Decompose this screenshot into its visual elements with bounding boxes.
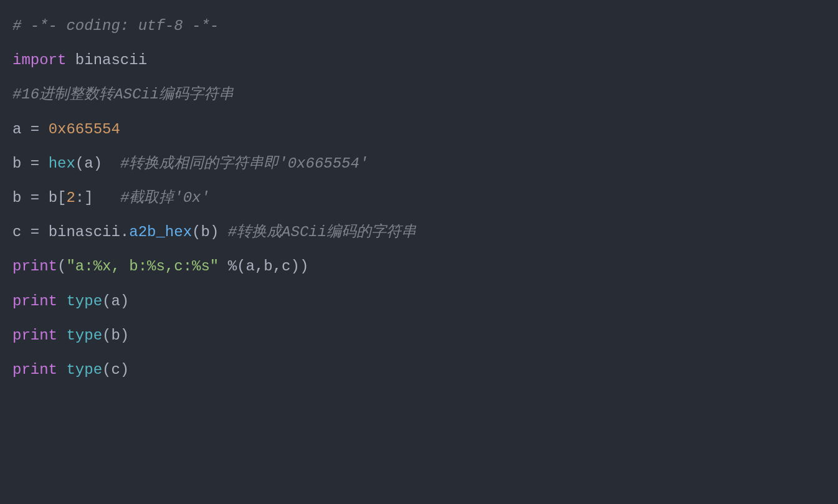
code-line-11: print type(c) (12, 356, 826, 383)
comment: # -*- coding: utf-8 -*- (12, 17, 219, 34)
print-keyword: print (12, 258, 57, 275)
code-line-2: import binascii (12, 47, 826, 74)
code-line-7: c = binascii.a2b_hex(b) #转换成ASCii编码的字符串 (12, 219, 826, 245)
code-line-3: #16进制整数转ASCii编码字符串 (12, 81, 826, 108)
code-line-1: # -*- coding: utf-8 -*- (12, 12, 826, 39)
paren: ( (237, 258, 245, 275)
paren: ) (93, 155, 102, 172)
whitespace (102, 155, 120, 172)
paren: ) (120, 361, 129, 378)
argument: b (111, 327, 120, 344)
number-literal: 0x665554 (49, 121, 120, 138)
print-keyword: print (12, 361, 57, 378)
whitespace (93, 189, 120, 206)
argument: b (264, 258, 272, 275)
print-keyword: print (12, 293, 57, 310)
argument: a (111, 293, 120, 310)
operator: % (228, 258, 237, 275)
whitespace (219, 224, 227, 240)
print-keyword: print (12, 327, 57, 344)
code-line-8: print("a:%x, b:%s,c:%s" %(a,b,c)) (12, 253, 826, 280)
object: binascii (49, 224, 120, 240)
argument: c (282, 258, 290, 275)
paren: ) (120, 327, 129, 344)
paren: ( (192, 224, 201, 240)
comma: , (255, 258, 264, 275)
bracket: ] (84, 189, 93, 206)
bracket: [ (57, 189, 66, 206)
whitespace (57, 293, 66, 310)
code-line-4: a = 0x665554 (12, 116, 826, 143)
comma: , (273, 258, 282, 275)
paren: ) (210, 224, 219, 240)
variable: c (12, 224, 21, 240)
number-literal: 2 (66, 189, 75, 206)
builtin-function: type (66, 293, 102, 310)
method: a2b_hex (129, 224, 192, 240)
paren: ( (102, 361, 111, 378)
variable: b (12, 189, 21, 206)
argument: a (84, 155, 93, 172)
code-editor[interactable]: # -*- coding: utf-8 -*- import binascii … (12, 12, 826, 383)
code-line-9: print type(a) (12, 288, 826, 315)
argument: c (111, 361, 120, 378)
operator: = (21, 189, 48, 206)
module-name: binascii (66, 52, 147, 69)
operator: = (21, 224, 48, 240)
paren: ( (102, 327, 111, 344)
builtin-function: type (66, 327, 102, 344)
paren: ) (300, 258, 308, 275)
code-line-6: b = b[2:] #截取掉'0x' (12, 184, 826, 211)
builtin-function: hex (49, 155, 75, 172)
whitespace (57, 327, 66, 344)
operator: = (21, 121, 48, 138)
comment: #16进制整数转ASCii编码字符串 (12, 86, 234, 103)
import-keyword: import (12, 52, 66, 69)
variable: a (12, 121, 21, 138)
string-literal: "a:%x, b:%s,c:%s" (66, 258, 219, 275)
colon: : (75, 189, 84, 206)
argument: b (201, 224, 209, 240)
variable: b (49, 189, 57, 206)
comment: #转换成相同的字符串即'0x665554' (120, 155, 368, 172)
variable: b (12, 155, 21, 172)
paren: ( (75, 155, 84, 172)
paren: ) (291, 258, 300, 275)
comment: #转换成ASCii编码的字符串 (228, 224, 416, 240)
argument: a (245, 258, 254, 275)
dot: . (120, 224, 129, 240)
whitespace (219, 258, 227, 275)
whitespace (57, 361, 66, 378)
paren: ( (102, 293, 111, 310)
paren: ( (57, 258, 66, 275)
operator: = (21, 155, 48, 172)
code-line-5: b = hex(a) #转换成相同的字符串即'0x665554' (12, 150, 826, 177)
builtin-function: type (66, 361, 102, 378)
code-line-10: print type(b) (12, 322, 826, 349)
paren: ) (120, 293, 129, 310)
comment: #截取掉'0x' (120, 189, 210, 206)
